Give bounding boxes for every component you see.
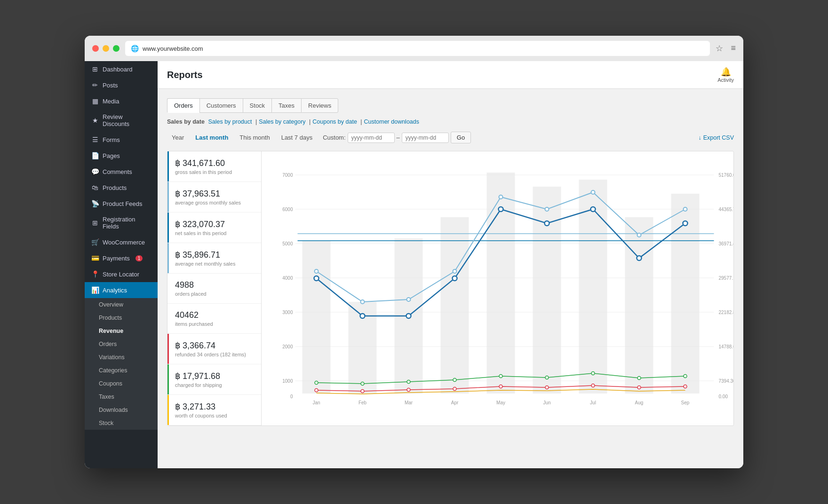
stat-refunded: ฿ 3,366.74 refunded 34 orders (182 items… (167, 334, 261, 364)
sidebar-item-store-locator[interactable]: 📍 Store Locator (85, 266, 158, 282)
sidebar-item-product-feeds[interactable]: 📡 Product Feeds (85, 196, 158, 212)
filter-last-month[interactable]: Last month (191, 132, 233, 143)
submenu-stock[interactable]: Stock (85, 417, 158, 430)
filter-last-7-days[interactable]: Last 7 days (277, 132, 318, 143)
submenu-overview[interactable]: Overview (85, 298, 158, 311)
registration-icon: ⊞ (91, 219, 99, 227)
star-icon[interactable]: ☆ (716, 43, 723, 54)
submenu-revenue[interactable]: Revenue (85, 324, 158, 338)
submenu-downloads-label: Downloads (99, 407, 128, 413)
sidebar-item-woocommerce[interactable]: 🛒 WooCommerce (85, 234, 158, 250)
submenu-categories[interactable]: Categories (85, 364, 158, 377)
gross-dot-jan (315, 269, 318, 273)
menu-icon[interactable]: ≡ (731, 43, 736, 54)
download-icon: ↓ (698, 134, 701, 141)
tab-orders[interactable]: Orders (167, 98, 199, 113)
date-start-input[interactable] (348, 133, 395, 143)
close-button[interactable] (92, 45, 99, 52)
filter-year[interactable]: Year (167, 132, 189, 143)
stat-items-value: 40462 (175, 310, 254, 320)
ship-dot-jul (591, 372, 595, 375)
comments-icon: 💬 (91, 168, 99, 175)
net-dot-jan (314, 276, 319, 281)
sidebar-item-products[interactable]: 🛍 Products (85, 180, 158, 196)
activity-button[interactable]: 🔔 Activity (717, 67, 734, 83)
gross-dot-sep (684, 207, 687, 211)
refund-dot-mar (407, 388, 410, 392)
stat-shipping-value: ฿ 17,971.68 (175, 371, 254, 381)
main-content: Orders Customers Stock Taxes Reviews Sal… (158, 89, 743, 468)
submenu-downloads[interactable]: Downloads (85, 403, 158, 417)
ship-dot-mar (407, 380, 410, 384)
stat-refunded-label: refunded 34 orders (182 items) (175, 352, 254, 357)
sidebar-label-posts: Posts (103, 82, 118, 89)
submenu-coupons[interactable]: Coupons (85, 377, 158, 390)
tab-stock[interactable]: Stock (243, 98, 272, 113)
sidebar-item-analytics[interactable]: 📊 Analytics (85, 282, 158, 298)
maximize-button[interactable] (113, 45, 119, 52)
svg-text:Jun: Jun (543, 400, 550, 405)
dashboard-icon: ⊞ (91, 65, 99, 73)
sidebar-item-forms[interactable]: ☰ Forms (85, 132, 158, 148)
ship-dot-may (499, 375, 502, 378)
minimize-button[interactable] (103, 45, 109, 52)
net-dot-apr (453, 276, 457, 281)
refund-dot-jan (315, 389, 318, 392)
stat-net-value: ฿ 323,070.37 (175, 219, 254, 229)
sidebar-item-pages[interactable]: 📄 Pages (85, 148, 158, 164)
sublink-by-category[interactable]: Sales by category (259, 118, 305, 125)
submenu-orders[interactable]: Orders (85, 338, 158, 351)
export-csv-button[interactable]: ↓ Export CSV (698, 134, 734, 141)
posts-icon: ✏ (91, 81, 99, 89)
gross-dot-apr (453, 269, 457, 273)
address-bar[interactable]: 🌐 www.yourwebsite.com (125, 41, 710, 56)
svg-text:1000: 1000 (282, 378, 293, 384)
sublink-coupons-by-date[interactable]: Coupons by date (312, 118, 357, 125)
submenu-products[interactable]: Products (85, 311, 158, 324)
filter-this-month[interactable]: This month (235, 132, 274, 143)
gross-dot-aug (637, 233, 641, 237)
sublink-customer-downloads[interactable]: Customer downloads (364, 118, 419, 125)
activity-icon: 🔔 (721, 67, 731, 77)
svg-text:Feb: Feb (358, 400, 367, 405)
media-icon: ▦ (91, 97, 99, 105)
sidebar-item-dashboard[interactable]: ⊞ Dashboard (85, 61, 158, 77)
sublink-by-product[interactable]: Sales by product (208, 118, 252, 125)
content-area: Reports 🔔 Activity Orders Customers Stoc… (158, 61, 743, 468)
report-tabs: Orders Customers Stock Taxes Reviews (167, 98, 734, 113)
sidebar-item-registration-fields[interactable]: ⊞ Registration Fields (85, 212, 158, 234)
stat-gross-value: ฿ 341,671.60 (175, 158, 254, 168)
sidebar-label-products: Products (103, 184, 127, 191)
svg-text:36971.49: 36971.49 (719, 241, 734, 246)
refund-dot-apr (453, 387, 456, 391)
sidebar-item-media[interactable]: ▦ Media (85, 93, 158, 109)
sidebar-item-comments[interactable]: 💬 Comments (85, 164, 158, 180)
net-dot-aug (637, 256, 642, 260)
activity-label: Activity (717, 77, 734, 83)
tab-reviews[interactable]: Reviews (301, 98, 338, 113)
tab-customers[interactable]: Customers (199, 98, 243, 113)
stat-bar-refund (167, 334, 169, 364)
tab-taxes[interactable]: Taxes (271, 98, 301, 113)
product-feeds-icon: 📡 (91, 200, 99, 207)
stat-orders: 4988 orders placed (167, 274, 261, 304)
stat-bar-coupons (167, 395, 169, 425)
stat-avg-net-label: average net monthly sales (175, 261, 254, 267)
globe-icon: 🌐 (131, 45, 139, 52)
stat-refunded-value: ฿ 3,366.74 (175, 340, 254, 351)
sidebar-item-posts[interactable]: ✏ Posts (85, 77, 158, 93)
net-dot-may (499, 207, 503, 212)
date-end-input[interactable] (402, 133, 449, 143)
submenu-variations[interactable]: Variations (85, 351, 158, 364)
gross-dot-jun (545, 207, 549, 211)
submenu-taxes[interactable]: Taxes (85, 390, 158, 403)
go-button[interactable]: Go (451, 132, 471, 143)
sidebar-label-dashboard: Dashboard (103, 66, 133, 73)
sidebar-item-payments[interactable]: 💳 Payments 1 (85, 250, 158, 266)
svg-text:22182.89: 22182.89 (719, 310, 734, 315)
stat-avg-net-value: ฿ 35,896.71 (175, 250, 254, 260)
topbar: Reports 🔔 Activity (158, 61, 743, 89)
traffic-lights (92, 45, 119, 52)
sidebar-item-review-discounts[interactable]: ★ Review Discounts (85, 109, 158, 132)
stat-avg-net: ฿ 35,896.71 average net monthly sales (167, 243, 261, 274)
